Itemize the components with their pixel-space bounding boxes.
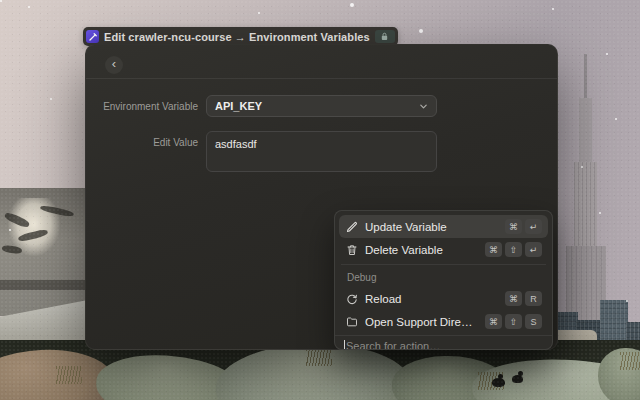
key-cmd: ⌘	[505, 291, 522, 306]
action-search-bar[interactable]	[335, 335, 552, 350]
grass-tuft	[306, 348, 332, 366]
shortcut-keys: ⌘ ↵	[505, 219, 542, 234]
skyscraper-silhouette	[563, 54, 609, 340]
key-return: ↵	[525, 219, 542, 234]
trash-icon	[345, 243, 358, 256]
dropdown-selected-value: API_KEY	[215, 100, 413, 112]
env-variable-field-label: Environment Variable	[86, 101, 198, 112]
shortcut-keys: ⌘ ⇧ ↵	[485, 242, 542, 257]
folder-icon	[345, 315, 358, 328]
action-update-variable[interactable]: Update Variable ⌘ ↵	[339, 215, 548, 238]
grass-tuft	[620, 352, 640, 370]
pencil-icon	[345, 220, 358, 233]
grass-tuft	[56, 366, 82, 384]
chevron-down-icon	[419, 102, 428, 111]
key-shift: ⇧	[505, 242, 522, 257]
key-s: S	[525, 314, 542, 329]
action-label: Update Variable	[365, 221, 498, 233]
key-cmd: ⌘	[485, 242, 502, 257]
desktop: Edit crawler-ncu-course → Environment Va…	[0, 0, 640, 400]
bird	[492, 378, 505, 387]
edit-value-field-label: Edit Value	[86, 137, 198, 148]
extension-icon	[86, 30, 99, 43]
key-cmd: ⌘	[485, 314, 502, 329]
text-caret	[344, 340, 345, 350]
header-divider	[86, 78, 557, 79]
bird	[512, 375, 523, 383]
shortcut-keys: ⌘ R	[505, 291, 542, 306]
edit-value-textarea[interactable]: asdfasdf	[206, 131, 437, 172]
key-return: ↵	[525, 242, 542, 257]
shortcut-keys: ⌘ ⇧ S	[485, 314, 542, 329]
panel-divider	[341, 264, 546, 265]
key-shift: ⇧	[505, 314, 522, 329]
debug-section-title: Debug	[339, 268, 548, 287]
action-delete-variable[interactable]: Delete Variable ⌘ ⇧ ↵	[339, 238, 548, 261]
env-variable-dropdown[interactable]: API_KEY	[206, 95, 437, 117]
graffiti-wall	[0, 188, 88, 316]
reload-icon	[345, 292, 358, 305]
action-label: Delete Variable	[365, 244, 478, 256]
action-open-support-directory[interactable]: Open Support Directory ⌘ ⇧ S	[339, 310, 548, 333]
action-label: Open Support Directory	[365, 316, 478, 328]
dust-specks	[0, 0, 2, 2]
breadcrumb-title: Edit crawler-ncu-course → Environment Va…	[104, 31, 370, 43]
lock-icon	[375, 30, 395, 43]
action-search-input[interactable]	[346, 340, 543, 351]
key-cmd: ⌘	[505, 219, 522, 234]
key-r: R	[525, 291, 542, 306]
back-button[interactable]: ‹	[105, 56, 123, 74]
action-reload[interactable]: Reload ⌘ R	[339, 287, 548, 310]
action-label: Reload	[365, 293, 498, 305]
action-panel: Update Variable ⌘ ↵ Delete Variable ⌘ ⇧ …	[334, 210, 553, 350]
